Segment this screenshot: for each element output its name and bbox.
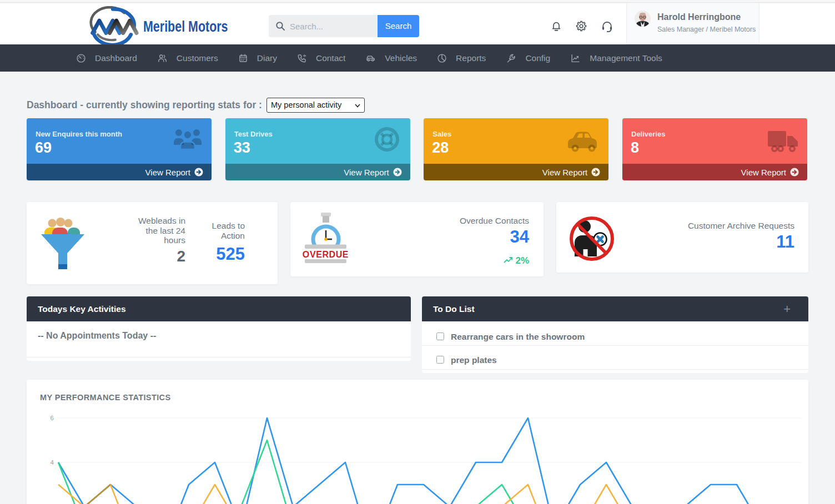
- svg-text:4: 4: [51, 459, 54, 466]
- svg-text:6: 6: [51, 415, 54, 421]
- svg-text:OVERDUE: OVERDUE: [303, 249, 349, 260]
